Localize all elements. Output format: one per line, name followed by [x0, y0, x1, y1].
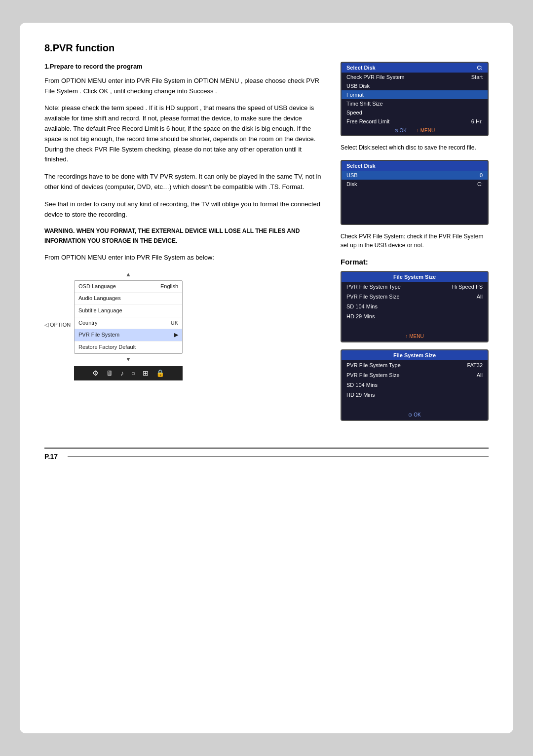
subsection-title: 1.Prepare to record the program	[44, 62, 326, 72]
pvr-fs-size-row2: PVR File System SizeAll	[342, 370, 488, 380]
music-icon: ♪	[120, 368, 124, 378]
format-row: Format	[342, 90, 488, 99]
ok-button[interactable]: ⊙ OK	[394, 128, 407, 133]
warning-text: WARNING. WHEN YOU FORMAT, THE EXTERNAL D…	[44, 227, 326, 245]
usb-row: USB0	[342, 171, 488, 180]
desc1: Select Disk:select which disc to save th…	[341, 143, 489, 152]
disk-row: DiskC:	[342, 180, 488, 189]
clock-icon: ○	[131, 368, 135, 378]
sd-mins-row2: SD 104 Mins	[342, 380, 488, 390]
option-menu-wrapper: ◁ OPTION ▲ OSD LanguageEnglish Audio Lan…	[44, 270, 326, 380]
page-container: 8.PVR function 1.Prepare to record the p…	[20, 23, 513, 733]
settings-icon: ⚙	[92, 368, 99, 378]
option-menu-box: OSD LanguageEnglish Audio Languages Subt…	[74, 280, 183, 354]
select-disk-header: Select Disk C:	[342, 63, 488, 73]
check-pvr-row: Check PVR File SystemStart	[342, 73, 488, 81]
lock-icon: 🔒	[156, 368, 164, 378]
menu1-footer: ⊙ OK ↑ MENU	[342, 126, 488, 135]
format-title: Format:	[341, 258, 489, 266]
pvr-fs-type-row1: PVR File System TypeHi Speed FS	[342, 282, 488, 292]
audio-languages-row: Audio Languages	[75, 293, 182, 305]
subtitle-language-row: Subtitle Language	[75, 305, 182, 317]
select-disk-menu: Select Disk C: Check PVR File SystemStar…	[341, 62, 489, 136]
fs-menu1: File System Size PVR File System TypeHi …	[341, 271, 489, 342]
grid-icon: ⊞	[143, 368, 149, 378]
page-footer: P.17	[44, 448, 489, 460]
select-disk-sub-menu: Select Disk USB0 DiskC:	[341, 160, 489, 225]
menu-button[interactable]: ↑ MENU	[417, 128, 435, 133]
para3: The recordings have to be done with TV P…	[44, 172, 326, 192]
free-record-row: Free Record Limit6 Hr.	[342, 117, 488, 126]
display-icon: 🖥	[106, 368, 113, 378]
fs-menu1-header: File System Size	[342, 272, 488, 282]
hd-mins-row2: HD 29 Mins	[342, 390, 488, 400]
fs-menu2-header: File System Size	[342, 350, 488, 360]
pvr-file-system-row: PVR File System▶	[75, 329, 182, 341]
para1: From OPTION MENU enter into PVR File Sys…	[44, 76, 326, 97]
osd-language-row: OSD LanguageEnglish	[75, 281, 182, 293]
content-wrapper: 1.Prepare to record the program From OPT…	[44, 62, 489, 428]
para2: Note: please check the term speed . If i…	[44, 103, 326, 165]
left-column: 1.Prepare to record the program From OPT…	[44, 62, 326, 428]
footer-line	[68, 456, 489, 457]
icon-bar: ⚙ 🖥 ♪ ○ ⊞ 🔒	[74, 366, 183, 380]
usb-disk-row: USB Disk	[342, 81, 488, 90]
page-number: P.17	[44, 453, 58, 460]
pvr-fs-size-row1: PVR File System SizeAll	[342, 292, 488, 302]
right-column: Select Disk C: Check PVR File SystemStar…	[341, 62, 489, 428]
hd-mins-row1: HD 29 Mins	[342, 311, 488, 321]
select-disk-sub-header: Select Disk	[342, 161, 488, 171]
page-title: 8.PVR function	[44, 42, 489, 54]
fs-menu1-menu-btn[interactable]: ↑ MENU	[405, 334, 423, 339]
fs-menu2-footer: ⊙ OK	[342, 410, 488, 420]
pvr-fs-type-row2: PVR File System TypeFAT32	[342, 360, 488, 370]
country-row: CountryUK	[75, 317, 182, 330]
para4: See that in order to carry out any kind …	[44, 199, 326, 220]
sd-mins-row1: SD 104 Mins	[342, 302, 488, 311]
para5: From OPTION MENU enter into PVR File Sys…	[44, 253, 326, 263]
fs-menu2-ok-btn[interactable]: ⊙ OK	[408, 412, 420, 417]
desc2: Check PVR File System: check if the PVR …	[341, 232, 489, 250]
restore-factory-row: Restore Factory Default	[75, 341, 182, 354]
fs-menu2: File System Size PVR File System TypeFAT…	[341, 349, 489, 421]
time-shift-row: Time Shift Size	[342, 99, 488, 108]
speed-row: Speed	[342, 108, 488, 117]
option-arrow: ◁ OPTION	[44, 322, 71, 328]
fs-menu1-footer: ↑ MENU	[342, 331, 488, 341]
